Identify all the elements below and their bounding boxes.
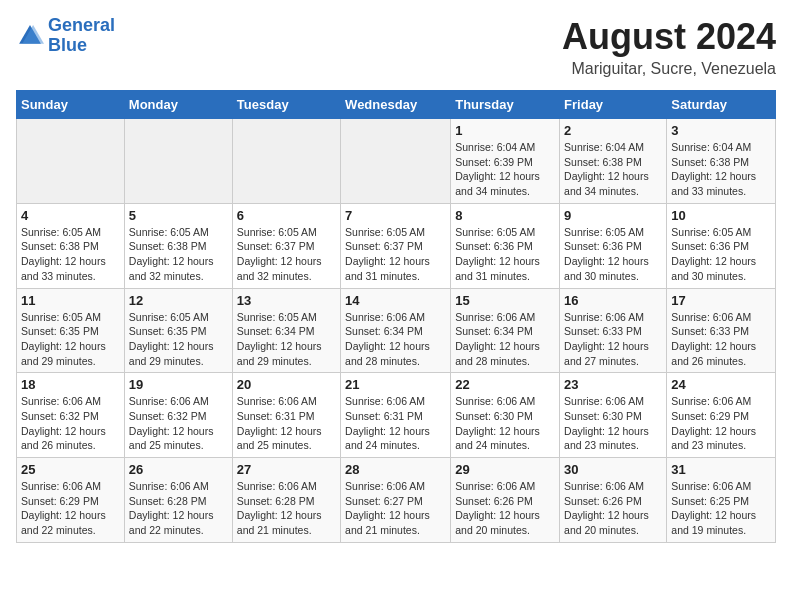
- day-number: 29: [455, 462, 555, 477]
- day-number: 28: [345, 462, 446, 477]
- calendar-cell: 16Sunrise: 6:06 AM Sunset: 6:33 PM Dayli…: [560, 288, 667, 373]
- calendar-table: SundayMondayTuesdayWednesdayThursdayFrid…: [16, 90, 776, 543]
- day-info: Sunrise: 6:06 AM Sunset: 6:33 PM Dayligh…: [671, 310, 771, 369]
- day-number: 11: [21, 293, 120, 308]
- logo-text: General Blue: [48, 16, 115, 56]
- calendar-cell: 13Sunrise: 6:05 AM Sunset: 6:34 PM Dayli…: [232, 288, 340, 373]
- header-cell-tuesday: Tuesday: [232, 91, 340, 119]
- day-info: Sunrise: 6:04 AM Sunset: 6:39 PM Dayligh…: [455, 140, 555, 199]
- calendar-cell: 19Sunrise: 6:06 AM Sunset: 6:32 PM Dayli…: [124, 373, 232, 458]
- calendar-cell: 18Sunrise: 6:06 AM Sunset: 6:32 PM Dayli…: [17, 373, 125, 458]
- day-number: 24: [671, 377, 771, 392]
- day-info: Sunrise: 6:06 AM Sunset: 6:25 PM Dayligh…: [671, 479, 771, 538]
- calendar-cell: 17Sunrise: 6:06 AM Sunset: 6:33 PM Dayli…: [667, 288, 776, 373]
- calendar-header: SundayMondayTuesdayWednesdayThursdayFrid…: [17, 91, 776, 119]
- day-number: 5: [129, 208, 228, 223]
- calendar-cell: 5Sunrise: 6:05 AM Sunset: 6:38 PM Daylig…: [124, 203, 232, 288]
- day-number: 8: [455, 208, 555, 223]
- calendar-cell: [124, 119, 232, 204]
- calendar-cell: 10Sunrise: 6:05 AM Sunset: 6:36 PM Dayli…: [667, 203, 776, 288]
- calendar-cell: 4Sunrise: 6:05 AM Sunset: 6:38 PM Daylig…: [17, 203, 125, 288]
- day-info: Sunrise: 6:06 AM Sunset: 6:32 PM Dayligh…: [21, 394, 120, 453]
- calendar-cell: 12Sunrise: 6:05 AM Sunset: 6:35 PM Dayli…: [124, 288, 232, 373]
- calendar-cell: 11Sunrise: 6:05 AM Sunset: 6:35 PM Dayli…: [17, 288, 125, 373]
- day-info: Sunrise: 6:05 AM Sunset: 6:34 PM Dayligh…: [237, 310, 336, 369]
- day-info: Sunrise: 6:06 AM Sunset: 6:32 PM Dayligh…: [129, 394, 228, 453]
- day-number: 15: [455, 293, 555, 308]
- calendar-cell: 27Sunrise: 6:06 AM Sunset: 6:28 PM Dayli…: [232, 458, 340, 543]
- day-info: Sunrise: 6:05 AM Sunset: 6:36 PM Dayligh…: [455, 225, 555, 284]
- day-number: 9: [564, 208, 662, 223]
- calendar-cell: 31Sunrise: 6:06 AM Sunset: 6:25 PM Dayli…: [667, 458, 776, 543]
- day-info: Sunrise: 6:04 AM Sunset: 6:38 PM Dayligh…: [671, 140, 771, 199]
- day-info: Sunrise: 6:05 AM Sunset: 6:38 PM Dayligh…: [21, 225, 120, 284]
- day-number: 31: [671, 462, 771, 477]
- day-info: Sunrise: 6:06 AM Sunset: 6:30 PM Dayligh…: [564, 394, 662, 453]
- title-area: August 2024 Mariguitar, Sucre, Venezuela: [562, 16, 776, 78]
- day-number: 20: [237, 377, 336, 392]
- day-number: 22: [455, 377, 555, 392]
- day-info: Sunrise: 6:06 AM Sunset: 6:34 PM Dayligh…: [345, 310, 446, 369]
- calendar-cell: [17, 119, 125, 204]
- week-row-4: 25Sunrise: 6:06 AM Sunset: 6:29 PM Dayli…: [17, 458, 776, 543]
- day-info: Sunrise: 6:06 AM Sunset: 6:31 PM Dayligh…: [345, 394, 446, 453]
- day-number: 1: [455, 123, 555, 138]
- header-cell-saturday: Saturday: [667, 91, 776, 119]
- day-info: Sunrise: 6:06 AM Sunset: 6:29 PM Dayligh…: [21, 479, 120, 538]
- subtitle: Mariguitar, Sucre, Venezuela: [562, 60, 776, 78]
- calendar-cell: [341, 119, 451, 204]
- logo: General Blue: [16, 16, 115, 56]
- day-info: Sunrise: 6:05 AM Sunset: 6:38 PM Dayligh…: [129, 225, 228, 284]
- calendar-cell: 26Sunrise: 6:06 AM Sunset: 6:28 PM Dayli…: [124, 458, 232, 543]
- day-info: Sunrise: 6:06 AM Sunset: 6:30 PM Dayligh…: [455, 394, 555, 453]
- day-info: Sunrise: 6:06 AM Sunset: 6:28 PM Dayligh…: [237, 479, 336, 538]
- day-info: Sunrise: 6:05 AM Sunset: 6:35 PM Dayligh…: [129, 310, 228, 369]
- day-number: 2: [564, 123, 662, 138]
- week-row-3: 18Sunrise: 6:06 AM Sunset: 6:32 PM Dayli…: [17, 373, 776, 458]
- logo-line2: Blue: [48, 35, 87, 55]
- day-number: 17: [671, 293, 771, 308]
- week-row-2: 11Sunrise: 6:05 AM Sunset: 6:35 PM Dayli…: [17, 288, 776, 373]
- header-cell-monday: Monday: [124, 91, 232, 119]
- calendar-body: 1Sunrise: 6:04 AM Sunset: 6:39 PM Daylig…: [17, 119, 776, 543]
- logo-line1: General: [48, 15, 115, 35]
- day-info: Sunrise: 6:05 AM Sunset: 6:36 PM Dayligh…: [564, 225, 662, 284]
- header-cell-friday: Friday: [560, 91, 667, 119]
- calendar-cell: 24Sunrise: 6:06 AM Sunset: 6:29 PM Dayli…: [667, 373, 776, 458]
- day-number: 7: [345, 208, 446, 223]
- header-row: SundayMondayTuesdayWednesdayThursdayFrid…: [17, 91, 776, 119]
- day-info: Sunrise: 6:05 AM Sunset: 6:36 PM Dayligh…: [671, 225, 771, 284]
- day-number: 6: [237, 208, 336, 223]
- calendar-cell: 8Sunrise: 6:05 AM Sunset: 6:36 PM Daylig…: [451, 203, 560, 288]
- day-number: 21: [345, 377, 446, 392]
- calendar-cell: 9Sunrise: 6:05 AM Sunset: 6:36 PM Daylig…: [560, 203, 667, 288]
- calendar-cell: 28Sunrise: 6:06 AM Sunset: 6:27 PM Dayli…: [341, 458, 451, 543]
- day-number: 10: [671, 208, 771, 223]
- calendar-cell: 6Sunrise: 6:05 AM Sunset: 6:37 PM Daylig…: [232, 203, 340, 288]
- calendar-cell: 7Sunrise: 6:05 AM Sunset: 6:37 PM Daylig…: [341, 203, 451, 288]
- calendar-cell: 30Sunrise: 6:06 AM Sunset: 6:26 PM Dayli…: [560, 458, 667, 543]
- day-info: Sunrise: 6:05 AM Sunset: 6:37 PM Dayligh…: [345, 225, 446, 284]
- header-cell-sunday: Sunday: [17, 91, 125, 119]
- day-number: 26: [129, 462, 228, 477]
- calendar-cell: 15Sunrise: 6:06 AM Sunset: 6:34 PM Dayli…: [451, 288, 560, 373]
- day-info: Sunrise: 6:06 AM Sunset: 6:26 PM Dayligh…: [564, 479, 662, 538]
- calendar-cell: 3Sunrise: 6:04 AM Sunset: 6:38 PM Daylig…: [667, 119, 776, 204]
- day-number: 14: [345, 293, 446, 308]
- day-number: 12: [129, 293, 228, 308]
- calendar-cell: 21Sunrise: 6:06 AM Sunset: 6:31 PM Dayli…: [341, 373, 451, 458]
- day-info: Sunrise: 6:06 AM Sunset: 6:26 PM Dayligh…: [455, 479, 555, 538]
- calendar-cell: 20Sunrise: 6:06 AM Sunset: 6:31 PM Dayli…: [232, 373, 340, 458]
- logo-icon: [16, 22, 44, 50]
- calendar-cell: 23Sunrise: 6:06 AM Sunset: 6:30 PM Dayli…: [560, 373, 667, 458]
- header-cell-thursday: Thursday: [451, 91, 560, 119]
- day-number: 19: [129, 377, 228, 392]
- day-info: Sunrise: 6:06 AM Sunset: 6:27 PM Dayligh…: [345, 479, 446, 538]
- day-number: 3: [671, 123, 771, 138]
- day-number: 25: [21, 462, 120, 477]
- day-info: Sunrise: 6:06 AM Sunset: 6:34 PM Dayligh…: [455, 310, 555, 369]
- day-info: Sunrise: 6:05 AM Sunset: 6:35 PM Dayligh…: [21, 310, 120, 369]
- calendar-cell: 2Sunrise: 6:04 AM Sunset: 6:38 PM Daylig…: [560, 119, 667, 204]
- calendar-cell: 14Sunrise: 6:06 AM Sunset: 6:34 PM Dayli…: [341, 288, 451, 373]
- calendar-cell: 25Sunrise: 6:06 AM Sunset: 6:29 PM Dayli…: [17, 458, 125, 543]
